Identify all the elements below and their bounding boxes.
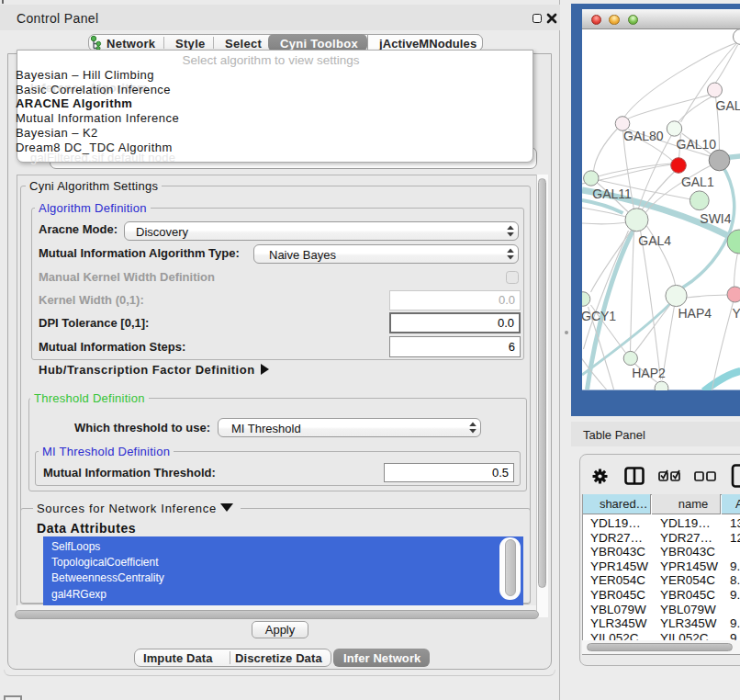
svg-text:HAP2: HAP2 xyxy=(632,366,666,380)
svg-text:GAL4: GAL4 xyxy=(638,233,671,248)
svg-text:GAL10: GAL10 xyxy=(676,137,716,152)
svg-text:Y: Y xyxy=(732,306,740,321)
svg-text:GAL80: GAL80 xyxy=(623,129,664,143)
svg-text:GAL7: GAL7 xyxy=(715,98,740,113)
svg-text:GAL11: GAL11 xyxy=(592,186,632,201)
svg-text:GCY1: GCY1 xyxy=(582,309,616,323)
svg-text:HAP4: HAP4 xyxy=(678,306,712,321)
svg-text:SWI4: SWI4 xyxy=(700,211,731,226)
svg-text:GAL1: GAL1 xyxy=(680,175,713,189)
